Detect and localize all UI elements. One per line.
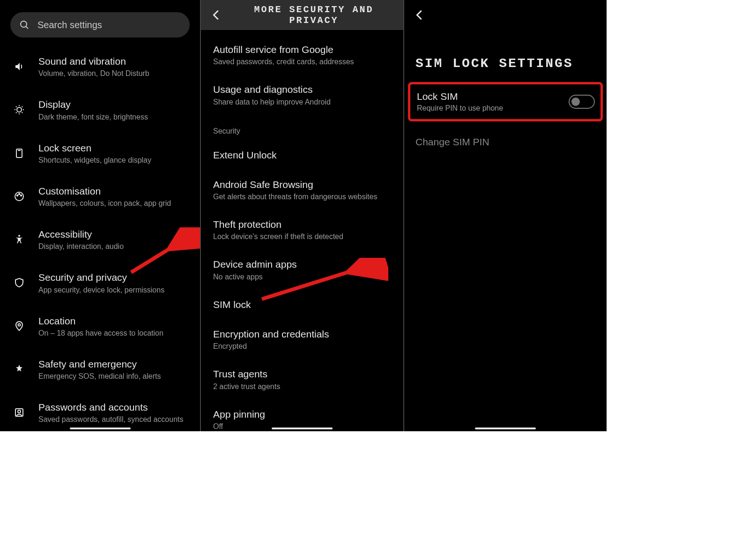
item-title: App pinning: [213, 408, 393, 420]
item-autofill[interactable]: Autofill service from Google Saved passw…: [213, 35, 403, 75]
item-extend-unlock[interactable]: Extend Unlock: [213, 140, 403, 170]
palette-icon: [12, 189, 26, 203]
display-icon: [12, 103, 26, 117]
item-title: Android Safe Browsing: [213, 178, 393, 191]
lock-sim-row-highlight[interactable]: Lock SIM Require PIN to use phone: [408, 82, 603, 121]
item-title: Passwords and accounts: [38, 401, 184, 413]
item-sub: On – 18 apps have access to location: [38, 329, 163, 338]
android-nav-pill[interactable]: [70, 428, 131, 429]
item-sub: App security, device lock, permissions: [38, 286, 164, 294]
section-header-security: Security: [213, 115, 403, 140]
settings-item-sound[interactable]: Sound and vibrationVolume, vibration, Do…: [0, 45, 200, 88]
security-list: Autofill service from Google Saved passw…: [201, 30, 403, 431]
back-icon[interactable]: [209, 8, 222, 22]
item-sub: Share data to help improve Android: [213, 98, 393, 106]
item-app-pinning[interactable]: App pinning Off: [213, 399, 403, 431]
settings-item-safety[interactable]: Safety and emergencyEmergency SOS, medic…: [0, 348, 200, 391]
search-input[interactable]: [37, 20, 181, 30]
page-title: SIM LOCK SETTINGS: [404, 30, 607, 79]
svg-point-7: [19, 194, 20, 195]
item-title: Extend Unlock: [213, 149, 393, 161]
svg-point-12: [18, 410, 21, 413]
item-title: Device admin apps: [213, 258, 393, 270]
item-sub: Get alerts about threats from dangerous …: [213, 193, 393, 201]
item-sub: Wallpapers, colours, icon pack, app grid: [38, 199, 171, 208]
android-nav-pill[interactable]: [475, 428, 536, 429]
item-title: Accessibility: [38, 228, 124, 240]
appbar-title: MORE SECURITY AND PRIVACY: [233, 4, 395, 26]
item-title: Display: [38, 98, 148, 111]
appbar: MORE SECURITY AND PRIVACY: [201, 0, 403, 30]
settings-item-passwords[interactable]: Passwords and accountsSaved passwords, a…: [0, 391, 200, 431]
appbar: [404, 0, 607, 30]
svg-point-9: [18, 235, 20, 237]
item-title: SIM lock: [213, 298, 393, 311]
item-sub: Shortcuts, widgets, glance display: [38, 156, 151, 165]
item-sub: Volume, vibration, Do Not Disturb: [38, 69, 149, 78]
item-title: Security and privacy: [38, 271, 164, 284]
lockscreen-icon: [12, 146, 26, 160]
settings-item-security[interactable]: Security and privacyApp security, device…: [0, 261, 200, 304]
location-icon: [12, 319, 26, 333]
item-title: Lock screen: [38, 142, 151, 154]
lock-sim-title: Lock SIM: [417, 91, 503, 102]
item-title: Encryption and credentials: [213, 328, 393, 340]
settings-item-location[interactable]: LocationOn – 18 apps have access to loca…: [0, 305, 200, 348]
svg-point-0: [21, 21, 27, 27]
accessibility-icon: [12, 232, 26, 247]
settings-list: Sound and vibrationVolume, vibration, Do…: [0, 42, 200, 431]
pane-sim-lock: SIM LOCK SETTINGS Lock SIM Require PIN t…: [404, 0, 607, 431]
item-sub: 2 active trust agents: [213, 382, 393, 391]
settings-item-accessibility[interactable]: AccessibilityDisplay, interaction, audio: [0, 218, 200, 261]
item-title: Customisation: [38, 185, 171, 197]
item-title: Location: [38, 315, 163, 327]
item-usage-diagnostics[interactable]: Usage and diagnostics Share data to help…: [213, 75, 403, 114]
item-sub: Off: [213, 422, 393, 431]
item-sub: Emergency SOS, medical info, alerts: [38, 372, 161, 381]
settings-item-lockscreen[interactable]: Lock screenShortcuts, widgets, glance di…: [0, 132, 200, 175]
item-sim-lock[interactable]: SIM lock: [213, 290, 403, 319]
item-encryption[interactable]: Encryption and credentials Encrypted: [213, 319, 403, 359]
search-pill[interactable]: [10, 12, 190, 38]
item-title: Sound and vibration: [38, 55, 149, 68]
pane-settings-root: Sound and vibrationVolume, vibration, Do…: [0, 0, 201, 431]
item-sub: Dark theme, font size, brightness: [38, 113, 148, 121]
emergency-icon: [12, 362, 26, 376]
item-sub: Saved passwords, credit cards, addresses: [213, 58, 393, 66]
svg-point-8: [21, 195, 22, 196]
settings-item-customisation[interactable]: CustomisationWallpapers, colours, icon p…: [0, 175, 200, 218]
svg-line-1: [26, 26, 28, 29]
item-trust-agents[interactable]: Trust agents 2 active trust agents: [213, 359, 403, 399]
android-nav-pill[interactable]: [272, 428, 333, 429]
item-device-admin[interactable]: Device admin apps No active apps: [213, 249, 403, 289]
item-title: Safety and emergency: [38, 358, 161, 370]
settings-item-display[interactable]: DisplayDark theme, font size, brightness: [0, 88, 200, 131]
pane-more-security: MORE SECURITY AND PRIVACY Autofill servi…: [201, 0, 404, 431]
item-title: Usage and diagnostics: [213, 83, 393, 96]
svg-point-2: [17, 107, 22, 112]
back-icon[interactable]: [413, 8, 426, 22]
item-sub: Display, interaction, audio: [38, 242, 124, 251]
item-safe-browsing[interactable]: Android Safe Browsing Get alerts about t…: [213, 170, 403, 210]
lock-sim-toggle[interactable]: [569, 95, 595, 109]
item-title: Theft protection: [213, 218, 393, 231]
account-icon: [12, 405, 26, 420]
item-theft-protection[interactable]: Theft protection Lock device's screen if…: [213, 210, 403, 249]
svg-point-10: [18, 323, 21, 326]
item-title: Trust agents: [213, 368, 393, 380]
lock-sim-sub: Require PIN to use phone: [417, 104, 503, 112]
item-title: Autofill service from Google: [213, 43, 393, 56]
search-icon: [19, 19, 30, 30]
svg-point-6: [17, 195, 18, 196]
item-sub: Lock device's screen if theft is detecte…: [213, 232, 393, 241]
change-sim-pin[interactable]: Change SIM PIN: [404, 126, 607, 148]
item-sub: Saved passwords, autofill, synced accoun…: [38, 415, 184, 424]
item-sub: No active apps: [213, 273, 393, 281]
shield-icon: [12, 276, 26, 290]
item-sub: Encrypted: [213, 342, 393, 351]
sound-icon: [12, 60, 26, 74]
